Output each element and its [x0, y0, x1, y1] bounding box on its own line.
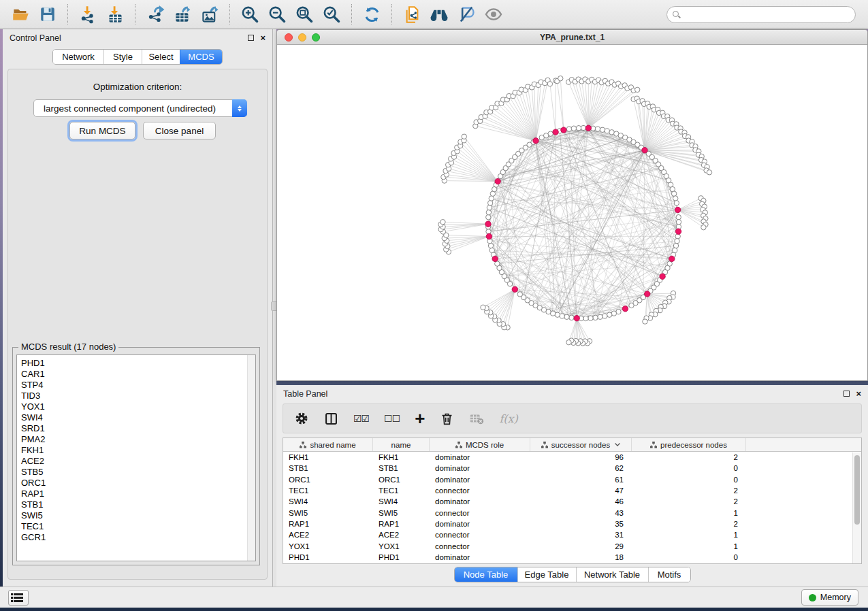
task-history-button[interactable]: [8, 590, 29, 606]
mcds-result-item[interactable]: GCR1: [21, 532, 255, 543]
network-node[interactable]: [629, 303, 634, 308]
mcds-hub-node[interactable]: [512, 286, 517, 292]
mcds-result-item[interactable]: STB5: [21, 467, 255, 478]
mcds-result-item[interactable]: ACE2: [21, 456, 255, 467]
column-header-shared-name[interactable]: shared name: [283, 438, 373, 451]
node-table[interactable]: shared namenameMCDS rolesuccessor nodesp…: [283, 437, 862, 564]
table-row[interactable]: TEC1TEC1connector472: [283, 485, 861, 496]
table-row[interactable]: SWI5SWI5connector431: [283, 507, 861, 518]
delete-table-icon[interactable]: [469, 408, 484, 429]
mcds-hub-node[interactable]: [669, 256, 675, 261]
network-node[interactable]: [588, 316, 593, 320]
find-icon[interactable]: [428, 3, 451, 26]
tab-network-table[interactable]: Network Table: [576, 567, 648, 582]
close-window-icon[interactable]: [285, 33, 293, 42]
network-node[interactable]: [489, 196, 494, 201]
minimize-window-icon[interactable]: [298, 33, 306, 42]
network-node[interactable]: [486, 210, 491, 215]
delete-column-icon[interactable]: [440, 408, 454, 429]
mcds-hub-node[interactable]: [675, 207, 680, 212]
mcds-result-item[interactable]: CAR1: [21, 369, 255, 380]
network-node[interactable]: [605, 129, 609, 133]
close-panel-button[interactable]: Close panel: [143, 122, 216, 139]
column-header-MCDS-role[interactable]: MCDS role: [430, 438, 530, 451]
tab-style[interactable]: Style: [103, 50, 142, 64]
float-panel-icon[interactable]: [248, 35, 254, 41]
network-node[interactable]: [548, 131, 553, 136]
table-row[interactable]: ORC1ORC1dominator610: [283, 474, 861, 485]
network-node[interactable]: [675, 239, 679, 244]
network-window-titlebar[interactable]: YPA_prune.txt_1: [277, 30, 867, 45]
network-canvas[interactable]: [277, 45, 868, 381]
network-node[interactable]: [673, 196, 678, 201]
network-node[interactable]: [602, 314, 607, 318]
mcds-result-item[interactable]: ORC1: [21, 478, 255, 489]
mcds-hub-node[interactable]: [495, 178, 500, 184]
mcds-hub-node[interactable]: [642, 148, 647, 153]
mcds-hub-node[interactable]: [485, 221, 491, 227]
mcds-result-list[interactable]: PHD1CAR1STP4TID3YOX1SWI4SRD1PMA2FKH1ACE2…: [16, 354, 256, 561]
network-node[interactable]: [576, 126, 581, 131]
mcds-hub-node[interactable]: [622, 306, 628, 312]
export-network-icon[interactable]: [144, 3, 167, 26]
optimization-criterion-dropdown[interactable]: largest connected component (undirected): [33, 99, 247, 117]
refresh-layout-icon[interactable]: [360, 3, 383, 26]
mcds-result-item[interactable]: FKH1: [21, 445, 255, 456]
network-node[interactable]: [676, 220, 681, 225]
open-session-icon[interactable]: [9, 3, 32, 26]
save-session-icon[interactable]: [36, 3, 59, 26]
network-node[interactable]: [517, 292, 522, 297]
table-row[interactable]: FKH1FKH1dominator962: [283, 452, 861, 463]
network-node[interactable]: [564, 314, 569, 319]
network-node[interactable]: [566, 127, 571, 131]
zoom-fit-icon[interactable]: [293, 3, 316, 26]
network-node[interactable]: [593, 315, 598, 320]
zoom-in-icon[interactable]: [238, 3, 261, 26]
network-node[interactable]: [569, 315, 574, 320]
table-scrollbar-thumb[interactable]: [854, 455, 860, 525]
table-settings-gear-icon[interactable]: [294, 408, 309, 429]
mcds-list-scrollbar[interactable]: [247, 355, 255, 561]
mcds-hub-node[interactable]: [675, 229, 681, 234]
mcds-result-item[interactable]: RAP1: [21, 489, 255, 499]
network-leaf-node[interactable]: [566, 340, 571, 345]
network-node[interactable]: [488, 243, 493, 248]
mcds-hub-node[interactable]: [574, 316, 579, 321]
network-node[interactable]: [488, 201, 493, 205]
select-all-icon[interactable]: ☑☑: [353, 408, 369, 429]
network-node[interactable]: [607, 312, 612, 317]
mcds-hub-node[interactable]: [553, 129, 558, 135]
run-mcds-button[interactable]: Run MCDS: [69, 122, 135, 139]
network-leaf-node[interactable]: [701, 225, 706, 230]
memory-button[interactable]: Memory: [801, 589, 858, 606]
import-table-icon[interactable]: [103, 3, 127, 26]
float-table-panel-icon[interactable]: [843, 391, 850, 397]
export-table-icon[interactable]: [171, 3, 194, 26]
network-node[interactable]: [486, 229, 491, 234]
mcds-result-item[interactable]: TEC1: [21, 521, 255, 532]
network-node[interactable]: [571, 126, 576, 131]
export-image-icon[interactable]: [198, 3, 221, 26]
network-node[interactable]: [583, 316, 588, 320]
maximize-window-icon[interactable]: [312, 33, 320, 42]
network-node[interactable]: [487, 205, 492, 210]
mcds-result-item[interactable]: PMA2: [21, 434, 255, 445]
mcds-result-item[interactable]: TID3: [21, 391, 255, 401]
zoom-selected-icon[interactable]: [320, 3, 343, 26]
search-box[interactable]: [666, 6, 856, 23]
deselect-all-icon[interactable]: ☐☐: [384, 408, 400, 429]
mcds-result-item[interactable]: SWI5: [21, 510, 255, 521]
mcds-result-item[interactable]: STB1: [21, 499, 255, 510]
network-node[interactable]: [676, 215, 681, 220]
zoom-out-icon[interactable]: [266, 3, 289, 26]
function-builder-icon[interactable]: f(x): [499, 408, 517, 429]
tab-edge-table[interactable]: Edge Table: [517, 567, 576, 582]
add-column-icon[interactable]: +: [415, 408, 425, 429]
column-header-successor-nodes[interactable]: successor nodes: [530, 438, 632, 451]
table-scrollbar[interactable]: [852, 452, 861, 563]
clone-network-icon[interactable]: [400, 3, 423, 26]
import-network-icon[interactable]: [76, 3, 99, 26]
column-header-predecessor-nodes[interactable]: predecessor nodes: [632, 438, 746, 451]
close-panel-icon[interactable]: ×: [260, 35, 266, 42]
mcds-hub-node[interactable]: [533, 138, 539, 144]
